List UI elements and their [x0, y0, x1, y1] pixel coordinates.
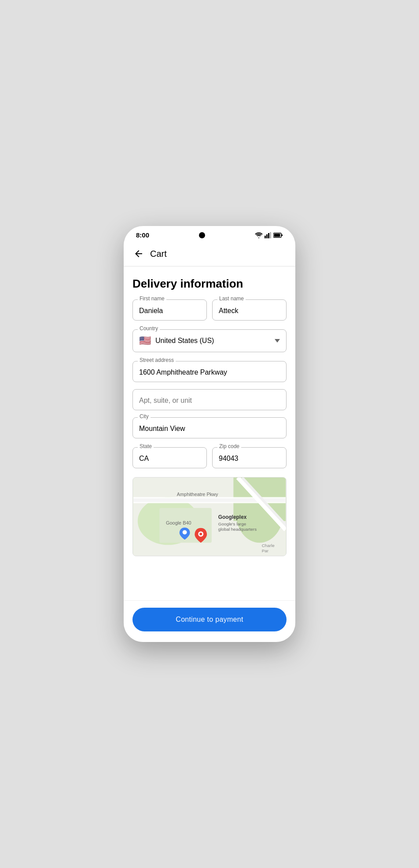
camera-dot [199, 232, 205, 238]
city-field: City [132, 417, 287, 438]
street-address-field: Street address [132, 361, 287, 382]
nav-header: Cart [124, 241, 295, 266]
svg-rect-6 [274, 233, 280, 237]
svg-text:global headquarters: global headquarters [218, 527, 257, 532]
zip-input[interactable] [212, 447, 287, 468]
svg-text:Charle: Charle [262, 543, 275, 548]
bottom-bar: Continue to payment [124, 600, 295, 642]
state-label: State [138, 443, 154, 449]
status-bar: 8:00 [124, 226, 295, 241]
state-zip-row: State Zip code [132, 447, 287, 468]
state-input[interactable] [132, 447, 207, 468]
city-label: City [138, 413, 151, 419]
svg-rect-3 [270, 232, 271, 238]
svg-point-24 [183, 530, 187, 535]
country-label: Country [138, 325, 160, 332]
page-title: Delivery information [124, 266, 295, 299]
state-field: State [132, 447, 207, 468]
city-input[interactable] [132, 417, 287, 438]
map-preview[interactable]: Amphitheatre Pkwy Google B40 Googleplex … [132, 477, 287, 556]
us-flag-icon: 🇺🇸 [139, 336, 151, 346]
street-input[interactable] [132, 361, 287, 382]
svg-rect-2 [268, 233, 269, 238]
continue-button[interactable]: Continue to payment [132, 608, 287, 631]
svg-rect-5 [282, 234, 283, 236]
status-time: 8:00 [136, 231, 149, 239]
status-icons [255, 232, 283, 238]
back-arrow-icon [133, 248, 144, 259]
first-name-label: First name [138, 295, 166, 302]
country-select[interactable]: 🇺🇸 United States (US) [132, 329, 287, 352]
svg-text:Googleplex: Googleplex [218, 514, 247, 520]
street-label: Street address [138, 357, 176, 363]
svg-text:Google B40: Google B40 [166, 520, 191, 525]
svg-rect-0 [265, 236, 266, 238]
zip-label: Zip code [217, 443, 241, 449]
name-row: First name Last name [132, 299, 287, 321]
last-name-field: Last name [212, 299, 287, 321]
last-name-input[interactable] [212, 299, 287, 321]
country-value: United States (US) [155, 337, 214, 345]
svg-rect-1 [266, 234, 268, 238]
nav-title: Cart [150, 249, 167, 259]
svg-text:Par: Par [262, 548, 269, 553]
map-svg: Amphitheatre Pkwy Google B40 Googleplex … [133, 478, 286, 556]
svg-point-27 [199, 533, 202, 536]
battery-icon [273, 233, 283, 238]
country-field: Country 🇺🇸 United States (US) [132, 329, 287, 352]
phone-frame: 8:00 [124, 226, 295, 642]
last-name-label: Last name [217, 295, 246, 302]
back-button[interactable] [131, 246, 147, 262]
svg-text:Google's large: Google's large [218, 522, 246, 526]
svg-text:Amphitheatre Pkwy: Amphitheatre Pkwy [177, 492, 218, 497]
signal-icon [265, 232, 272, 238]
first-name-input[interactable] [132, 299, 207, 321]
content-area: Delivery information First name Last nam… [124, 266, 295, 600]
zip-field: Zip code [212, 447, 287, 468]
apt-field [132, 389, 287, 410]
country-left: 🇺🇸 United States (US) [139, 336, 214, 346]
chevron-down-icon [275, 339, 280, 343]
wifi-icon [255, 232, 263, 238]
apt-input[interactable] [132, 389, 287, 410]
first-name-field: First name [132, 299, 207, 321]
delivery-form: First name Last name Country 🇺🇸 United S… [124, 299, 295, 468]
